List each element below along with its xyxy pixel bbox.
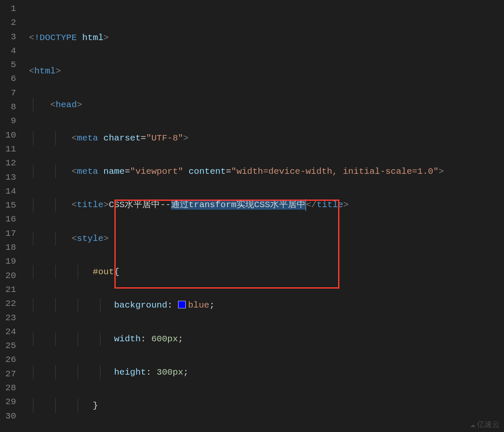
line-number: 16 — [0, 212, 24, 226]
line-number: 24 — [0, 325, 24, 339]
watermark-text: 亿速云 — [477, 419, 500, 429]
code-line[interactable]: <style> — [24, 232, 504, 246]
line-number: 25 — [0, 339, 24, 353]
line-number: 29 — [0, 395, 24, 409]
line-number: 20 — [0, 269, 24, 283]
line-number: 14 — [0, 184, 24, 198]
line-number: 21 — [0, 283, 24, 297]
line-number: 18 — [0, 240, 24, 254]
line-number: 15 — [0, 198, 24, 212]
code-line[interactable]: background: blue; — [24, 298, 504, 312]
code-line[interactable]: width: 600px; — [24, 332, 504, 346]
color-swatch-blue[interactable] — [178, 301, 186, 308]
line-number: 27 — [0, 367, 24, 381]
code-line[interactable]: <meta name="viewport" content="width=dev… — [24, 165, 504, 178]
line-number: 17 — [0, 227, 24, 240]
code-line[interactable]: #out{ — [24, 265, 504, 279]
line-number-gutter: 1 2 3 4 5 6 7 8 9 10 11 12 13 14 15 16 1… — [0, 0, 24, 432]
line-number: 10 — [0, 128, 24, 142]
line-number: 28 — [0, 381, 24, 395]
line-number: 3 — [0, 30, 24, 44]
line-number: 22 — [0, 297, 24, 310]
line-number: 13 — [0, 170, 24, 184]
line-number: 1 — [0, 2, 24, 16]
line-number: 7 — [0, 86, 24, 100]
line-number: 4 — [0, 44, 24, 58]
selected-text: 通过transform实现CSS水平居中 — [171, 200, 306, 210]
line-number: 11 — [0, 142, 24, 156]
code-area[interactable]: <!DOCTYPE html> <html> <head> <meta char… — [24, 0, 504, 432]
line-number: 6 — [0, 72, 24, 86]
code-line[interactable]: <html> — [24, 64, 504, 78]
code-line[interactable]: height: 300px; — [24, 365, 504, 379]
line-number: 5 — [0, 58, 24, 72]
code-editor[interactable]: 1 2 3 4 5 6 7 8 9 10 11 12 13 14 15 16 1… — [0, 0, 504, 432]
code-line[interactable]: <!DOCTYPE html> — [24, 31, 504, 45]
code-line[interactable]: <title>CSS水平居中--通过transform实现CSS水平居中</ti… — [24, 198, 504, 212]
code-line[interactable]: <head> — [24, 98, 504, 112]
line-number: 26 — [0, 353, 24, 367]
watermark: ☁ 亿速云 — [470, 419, 500, 429]
line-number: 19 — [0, 254, 24, 268]
line-number: 9 — [0, 114, 24, 128]
line-number: 8 — [0, 100, 24, 114]
line-number: 23 — [0, 311, 24, 325]
line-number: 12 — [0, 156, 24, 170]
code-line[interactable]: } — [24, 399, 504, 413]
code-line[interactable]: <meta charset="UTF-8"> — [24, 131, 504, 145]
line-number: 2 — [0, 16, 24, 30]
line-number: 30 — [0, 409, 24, 423]
cloud-icon: ☁ — [470, 419, 475, 429]
